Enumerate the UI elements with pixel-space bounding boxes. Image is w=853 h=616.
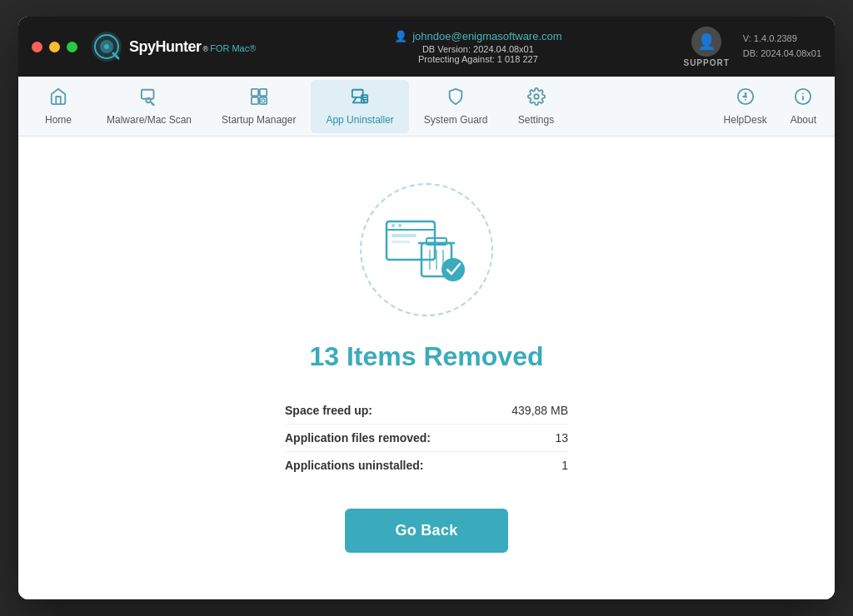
svg-rect-33	[392, 241, 410, 243]
result-title: 13 Items Removed	[309, 341, 543, 372]
nav-item-system-guard[interactable]: System Guard	[409, 80, 503, 133]
malware-scan-icon	[140, 87, 158, 111]
about-icon	[794, 87, 812, 111]
helpdesk-icon	[736, 87, 755, 111]
stat-label-space: Space freed up:	[285, 404, 372, 417]
user-email: johndoe@enigmasoftware.com	[412, 30, 561, 42]
app-window: SpyHunter ® FOR Mac® 👤 johndoe@enigmasof…	[18, 17, 835, 599]
nav-label-home: Home	[45, 114, 72, 126]
home-icon	[49, 87, 67, 111]
svg-point-3	[104, 44, 109, 49]
stat-value-apps: 1	[561, 459, 568, 472]
svg-point-30	[392, 224, 395, 227]
go-back-button[interactable]: Go Back	[345, 509, 507, 553]
nav-item-malware-scan[interactable]: Malware/Mac Scan	[92, 80, 207, 133]
settings-icon	[527, 87, 546, 111]
support-button[interactable]: 👤 SUPPORT	[683, 27, 729, 67]
svg-rect-32	[392, 234, 417, 237]
minimize-button[interactable]	[49, 42, 60, 52]
nav-label-system-guard: System Guard	[424, 114, 488, 126]
svg-point-31	[398, 224, 402, 227]
titlebar-center: 👤 johndoe@enigmasoftware.com DB Version:…	[272, 30, 683, 64]
result-icon-container	[360, 183, 493, 316]
nav-label-malware-scan: Malware/Mac Scan	[107, 114, 192, 126]
nav-item-settings[interactable]: Settings	[503, 80, 570, 133]
maximize-button[interactable]	[67, 42, 77, 52]
main-content: 13 Items Removed Space freed up: 439,88 …	[18, 137, 835, 599]
nav-right: HelpDesk About	[712, 81, 828, 132]
stat-label-apps: Applications uninstalled:	[285, 459, 423, 472]
svg-point-6	[146, 97, 151, 102]
user-info: 👤 johndoe@enigmasoftware.com	[394, 30, 561, 42]
db-version: DB Version: 2024.04.08x01 Protecting Aga…	[418, 44, 538, 64]
app-uninstaller-icon	[351, 87, 369, 111]
nav-item-app-uninstaller[interactable]: App Uninstaller	[311, 80, 408, 133]
nav-item-startup-manager[interactable]: Startup Manager	[207, 80, 311, 133]
nav-label-app-uninstaller: App Uninstaller	[326, 114, 393, 126]
window-controls	[32, 42, 77, 52]
app-registered: ®	[203, 45, 209, 53]
uninstaller-result-icon	[385, 213, 468, 286]
stat-row-space: Space freed up: 439,88 MB	[285, 397, 568, 425]
stats-table: Space freed up: 439,88 MB Application fi…	[285, 397, 568, 479]
stat-label-files: Application files removed:	[285, 431, 431, 445]
svg-rect-8	[252, 88, 258, 95]
stat-row-files: Application files removed: 13	[285, 425, 568, 452]
stat-row-apps: Applications uninstalled: 1	[285, 452, 568, 479]
spyhunter-logo-icon	[91, 31, 122, 62]
svg-rect-9	[260, 88, 267, 95]
nav-label-settings: Settings	[518, 114, 554, 126]
nav-label-startup-manager: Startup Manager	[222, 114, 296, 126]
version-info: V: 1.4.0.2389 DB: 2024.04.08x01	[743, 32, 821, 61]
nav-item-home[interactable]: Home	[25, 80, 92, 133]
nav-label-helpdesk: HelpDesk	[724, 114, 767, 126]
user-icon: 👤	[394, 30, 407, 42]
titlebar: SpyHunter ® FOR Mac® 👤 johndoe@enigmasof…	[18, 17, 835, 77]
svg-rect-10	[252, 97, 258, 103]
system-guard-icon	[446, 87, 465, 111]
stat-value-space: 439,88 MB	[511, 404, 568, 417]
support-icon: 👤	[691, 27, 721, 57]
titlebar-right: 👤 SUPPORT V: 1.4.0.2389 DB: 2024.04.08x0…	[683, 27, 821, 67]
close-button[interactable]	[32, 42, 42, 52]
svg-point-40	[441, 258, 465, 281]
startup-manager-icon	[250, 87, 268, 111]
nav-item-helpdesk[interactable]: HelpDesk	[712, 81, 779, 132]
svg-line-7	[152, 102, 154, 105]
app-name: SpyHunter	[129, 38, 202, 56]
stat-value-files: 13	[555, 431, 568, 445]
navbar: Home Malware/Mac Scan	[18, 77, 835, 137]
nav-label-about: About	[791, 114, 816, 126]
svg-point-19	[534, 94, 539, 99]
support-label: SUPPORT	[683, 58, 729, 67]
app-logo: SpyHunter ® FOR Mac®	[91, 31, 256, 62]
result-icon	[385, 213, 468, 286]
app-formac: FOR Mac®	[210, 43, 256, 53]
nav-item-about[interactable]: About	[779, 81, 828, 132]
